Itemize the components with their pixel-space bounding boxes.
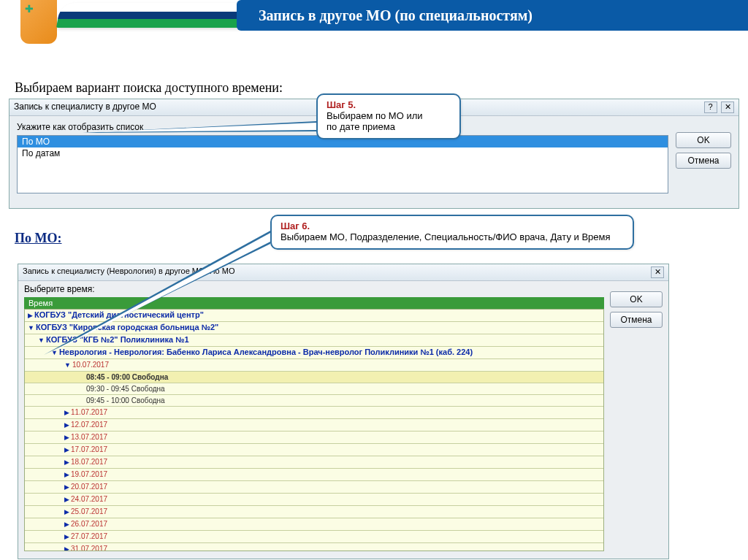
tree-date-node[interactable]: ▶11.07.2017 xyxy=(25,407,603,419)
step6-badge: Шаг 6. xyxy=(280,220,310,231)
step5-line1: Выбираем по МО или xyxy=(327,110,423,121)
close-button[interactable]: ✕ xyxy=(651,266,664,278)
tree-date-node[interactable]: ▶19.07.2017 xyxy=(25,469,603,481)
tree-date-node[interactable]: ▶31.07.2017 xyxy=(25,543,603,551)
time-slot[interactable]: 09:30 - 09:45 Свободна xyxy=(25,383,603,395)
tree-date-node[interactable]: ▶13.07.2017 xyxy=(25,431,603,444)
tree-mo-node[interactable]: ▶КОГБУЗ "Детский диагностический центр" xyxy=(25,310,603,322)
cancel-button[interactable]: Отмена xyxy=(676,153,731,169)
callout-step6: Шаг 6. Выбираем МО, Подразделение, Специ… xyxy=(270,215,634,250)
window2-title: Запись к специалисту (Неврология) в друг… xyxy=(23,266,235,278)
close-button[interactable]: ✕ xyxy=(721,101,734,113)
option-by-dates[interactable]: По датам xyxy=(18,147,668,159)
window1-title: Запись к специалисту в другое МО xyxy=(14,101,156,113)
step6-text: Выбираем МО, Подразделение, Специальност… xyxy=(280,231,610,242)
step5-badge: Шаг 5. xyxy=(327,99,356,110)
tree-date-node[interactable]: ▶18.07.2017 xyxy=(25,456,603,469)
tree-date-node[interactable]: ▶24.07.2017 xyxy=(25,494,603,506)
flag-ribbon xyxy=(56,3,265,28)
appointment-tree[interactable]: ▶КОГБУЗ "Детский диагностический центр" … xyxy=(24,309,604,551)
page-header: Запись в другое МО (по специальностям) xyxy=(0,0,748,44)
tree-date-node[interactable]: ▶17.07.2017 xyxy=(25,444,603,456)
tree-date-node[interactable]: ▶27.07.2017 xyxy=(25,531,603,543)
ok-button[interactable]: OK xyxy=(676,132,731,148)
tree-date-open[interactable]: ▼10.07.2017 xyxy=(25,359,603,372)
tree-doctor-node[interactable]: ▼Неврология - Неврология: Бабенко Лариса… xyxy=(25,347,603,359)
step5-line2: по дате приема xyxy=(327,121,395,132)
tree-dept-node[interactable]: ▼КОГБУЗ "КГБ №2" Поликлиника №1 xyxy=(25,334,603,347)
page-title: Запись в другое МО (по специальностям) xyxy=(237,0,748,31)
cancel-button[interactable]: Отмена xyxy=(610,312,663,328)
tree-mo-node[interactable]: ▼КОГБУЗ "Кировская городская больница №2… xyxy=(25,322,603,334)
region-crest xyxy=(20,0,57,44)
callout-step5: Шаг 5. Выбираем по МО или по дате приема xyxy=(316,93,461,139)
window-select-list-mode: Запись к специалисту в другое МО ? ✕ Ука… xyxy=(9,99,739,209)
tree-date-node[interactable]: ▶26.07.2017 xyxy=(25,518,603,531)
tree-date-node[interactable]: ▶12.07.2017 xyxy=(25,419,603,431)
tree-date-node[interactable]: ▶20.07.2017 xyxy=(25,481,603,494)
select-time-label: Выберите время: xyxy=(24,284,604,294)
tree-date-node[interactable]: ▶25.07.2017 xyxy=(25,506,603,518)
window-select-time: Запись к специалисту (Неврология) в друг… xyxy=(18,264,669,559)
help-button[interactable]: ? xyxy=(704,101,717,113)
tree-header: Время xyxy=(24,297,604,309)
ok-button[interactable]: OK xyxy=(610,291,663,307)
time-slot[interactable]: 08:45 - 09:00 Свободна xyxy=(25,372,603,383)
list-mode-options[interactable]: По МО По датам xyxy=(17,135,668,193)
time-slot[interactable]: 09:45 - 10:00 Свободна xyxy=(25,395,603,407)
